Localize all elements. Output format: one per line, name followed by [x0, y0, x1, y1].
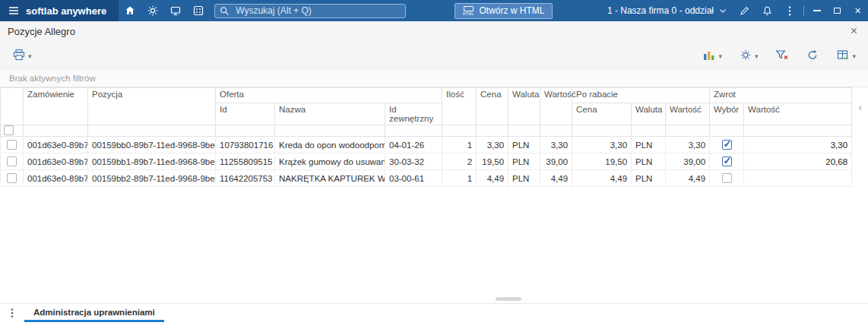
kebab-icon: [8, 308, 17, 318]
cell-waluta: PLN: [508, 153, 540, 170]
return-checkbox[interactable]: [722, 157, 732, 166]
clear-filter-icon: [775, 49, 789, 62]
brightness-button[interactable]: [141, 1, 164, 21]
cell-zwrot-wartosc: 20,68: [744, 153, 852, 170]
filter-cell[interactable]: [508, 125, 540, 137]
select-all-checkbox[interactable]: [4, 125, 14, 135]
column-header-zwrot-wartosc[interactable]: Wartość: [744, 103, 852, 125]
filter-status: Brak aktywnych filtrów: [9, 74, 96, 83]
table-row[interactable]: 001d63e0-89b7 00159bb0-89b7-11ed-9968-9b…: [1, 137, 852, 153]
cell-ilosc: 2: [442, 153, 477, 170]
filter-cell[interactable]: [216, 125, 275, 137]
chevron-left-icon: ‹: [859, 102, 862, 113]
cell-pozycja: 00159bb1-89b7-11ed-9968-9be66: [88, 153, 216, 170]
cell-id: 11255809515: [216, 153, 275, 170]
print-button[interactable]: [9, 46, 35, 64]
open-html-label: Otwórz w HTML: [479, 5, 544, 16]
filter-cell[interactable]: [24, 125, 88, 137]
band-header-zwrot[interactable]: Zwrot: [710, 88, 852, 103]
cell-id: 10793801716: [216, 137, 275, 153]
cell-rabat-wartosc: 4,49: [666, 170, 710, 187]
filter-cell[interactable]: [88, 125, 216, 137]
column-header-rabat-cena[interactable]: Cena: [572, 103, 632, 125]
open-html-button[interactable]: HTML Otwórz w HTML: [455, 3, 553, 19]
minimize-button[interactable]: [806, 1, 827, 21]
tab-more-button[interactable]: [0, 304, 24, 322]
brand[interactable]: softlab anywhere: [0, 0, 119, 21]
horizontal-scrollbar-thumb[interactable]: [496, 297, 521, 301]
column-header-id[interactable]: Id: [216, 103, 275, 125]
layout-button[interactable]: [833, 46, 859, 64]
page-title: Pozycje Allegro: [8, 26, 75, 37]
data-grid: Zamówienie Pozycja Oferta Ilość Cena Wal…: [0, 87, 852, 187]
monitor-button[interactable]: [164, 1, 187, 21]
refresh-icon: [806, 49, 819, 62]
html-icon: HTML: [463, 6, 474, 16]
column-header-pozycja[interactable]: Pozycja: [88, 88, 216, 125]
column-header-wybor[interactable]: Wybór: [710, 103, 744, 125]
cell-waluta: PLN: [508, 170, 540, 187]
filter-cell[interactable]: [477, 125, 508, 137]
cell-rabat-cena: 19,50: [572, 153, 632, 170]
cell-rabat-cena: 4,49: [572, 170, 632, 187]
cell-rabat-cena: 3,30: [572, 137, 632, 153]
collapse-panel-button[interactable]: ‹: [857, 101, 863, 114]
column-header-id-zewnetrzny[interactable]: Id zewnętrzny: [385, 103, 442, 125]
row-checkbox[interactable]: [7, 140, 17, 150]
cell-rabat-waluta: PLN: [632, 170, 666, 187]
grid-area: Zamówienie Pozycja Oferta Ilość Cena Wal…: [0, 87, 868, 187]
refresh-button[interactable]: [803, 46, 822, 64]
column-header-nazwa[interactable]: Nazwa: [275, 103, 385, 125]
row-checkbox[interactable]: [7, 173, 17, 183]
clear-filter-button[interactable]: [771, 46, 792, 64]
filter-cell[interactable]: [385, 125, 442, 137]
cell-id-zewnetrzny: 04-01-26: [385, 137, 442, 153]
brand-label: softlab anywhere: [26, 5, 106, 17]
tab-administracja-uprawnieniami[interactable]: Administracja uprawnieniami: [24, 304, 164, 322]
filter-cell[interactable]: [666, 125, 710, 137]
notifications-button[interactable]: [756, 1, 778, 21]
band-header-oferta[interactable]: Oferta: [216, 88, 442, 103]
window-close-button[interactable]: ×: [847, 1, 868, 21]
apps-button[interactable]: [187, 1, 210, 21]
company-selector[interactable]: 1 - Nasza firma 0 - oddział: [601, 0, 733, 21]
filter-cell[interactable]: [632, 125, 666, 137]
column-header-cena[interactable]: Cena: [477, 88, 508, 125]
edit-button[interactable]: [733, 1, 756, 21]
column-header-zamowienie[interactable]: Zamówienie: [24, 88, 88, 125]
search-input[interactable]: [234, 5, 401, 17]
cell-rabat-wartosc: 3,30: [666, 137, 710, 153]
table-row[interactable]: 001d63e0-89b7 00159bb1-89b7-11ed-9968-9b…: [1, 153, 852, 170]
filter-cell[interactable]: [710, 125, 744, 137]
apps-icon: [192, 5, 204, 17]
return-checkbox[interactable]: [722, 140, 732, 150]
column-header-rabat-wartosc[interactable]: Wartość: [666, 103, 710, 125]
filter-cell[interactable]: [540, 125, 572, 137]
cell-wartosc: 3,30: [540, 137, 572, 153]
filter-cell[interactable]: [275, 125, 385, 137]
chart-button[interactable]: [699, 46, 725, 64]
table-row[interactable]: 001d63e0-89b7 00159bb2-89b7-11ed-9968-9b…: [1, 170, 852, 187]
column-header-ilosc[interactable]: Ilość: [442, 88, 477, 125]
view-settings-button[interactable]: [736, 46, 762, 64]
company-label: 1 - Nasza firma 0 - oddział: [607, 5, 714, 16]
column-header-wartosc[interactable]: Wartość: [540, 88, 572, 125]
search-box[interactable]: [214, 4, 406, 18]
cell-wybor: [710, 137, 744, 153]
filter-cell[interactable]: [442, 125, 477, 137]
home-button[interactable]: [119, 1, 141, 21]
page-close-button[interactable]: ×: [847, 25, 860, 37]
home-icon: [124, 5, 136, 17]
row-checkbox[interactable]: [7, 157, 17, 166]
gear-icon: [739, 49, 752, 62]
filter-cell[interactable]: [744, 125, 852, 137]
column-header-rabat-waluta[interactable]: Waluta: [632, 103, 666, 125]
more-button[interactable]: [778, 1, 801, 21]
maximize-button[interactable]: [827, 1, 847, 21]
return-checkbox[interactable]: [722, 173, 732, 183]
cell-wybor: [710, 153, 744, 170]
column-header-waluta[interactable]: Waluta: [508, 88, 540, 125]
band-header-po-rabacie[interactable]: Po rabacie: [572, 88, 710, 103]
filter-cell[interactable]: [572, 125, 632, 137]
cell-ilosc: 1: [442, 137, 477, 153]
